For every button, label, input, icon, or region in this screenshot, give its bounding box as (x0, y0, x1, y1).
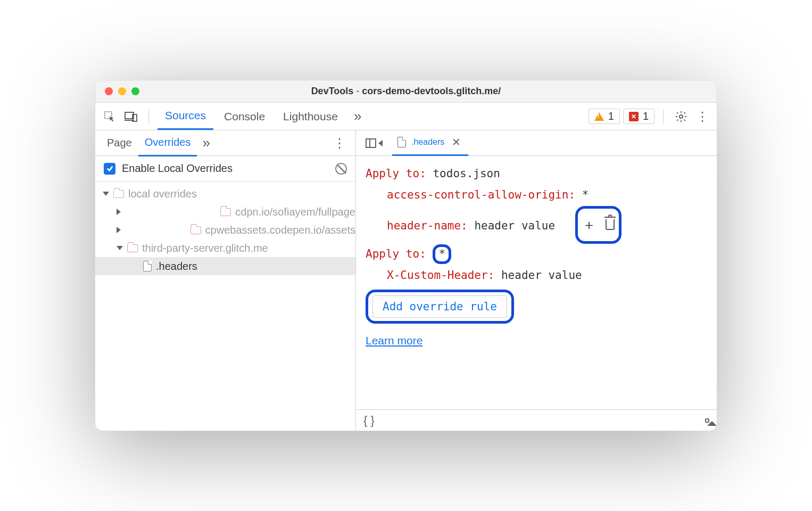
folder-icon (190, 226, 201, 234)
apply-to-label: Apply to (366, 248, 419, 260)
header-value[interactable]: header value (501, 269, 582, 282)
svg-point-4 (680, 115, 683, 118)
headers-editor[interactable]: Apply to: todos.json access-control-allo… (356, 156, 717, 409)
header-value[interactable]: header value (474, 219, 555, 232)
highlight-wildcard: * (433, 244, 451, 264)
overrides-tree: local overrides cdpn.io/sofiayem/fullpag… (95, 182, 355, 431)
titlebar: DevTools - cors-demo-devtools.glitch.me/ (95, 80, 717, 103)
show-drawer-icon[interactable] (705, 418, 709, 423)
tab-sources[interactable]: Sources (158, 103, 213, 130)
file-icon (143, 261, 152, 271)
tab-lighthouse[interactable]: Lighthouse (276, 104, 345, 129)
enable-overrides-label: Enable Local Overrides (122, 162, 233, 175)
tree-folder[interactable]: cdpn.io/sofiayem/fullpage (95, 203, 355, 221)
tree-folder-label: third-party-server.glitch.me (142, 242, 268, 254)
add-header-icon[interactable]: ＋ (582, 212, 596, 238)
file-icon (397, 137, 406, 147)
warning-icon (594, 112, 604, 121)
minimize-window-button[interactable] (118, 87, 126, 95)
main-toolbar: Sources Console Lighthouse » 1 ✕ 1 ⋮ (95, 103, 717, 130)
delete-header-icon[interactable] (606, 219, 615, 230)
chevron-right-icon (117, 209, 216, 215)
editor-statusbar: { } (356, 409, 717, 431)
editor-tabs: .headers ✕ (356, 130, 717, 156)
navigator-tab-page[interactable]: Page (101, 130, 138, 155)
editor-panel: .headers ✕ Apply to: todos.json access-c… (356, 130, 717, 431)
header-name[interactable]: access-control-allow-origin (387, 188, 568, 201)
settings-icon[interactable] (672, 108, 690, 126)
toggle-navigator-icon[interactable] (361, 138, 387, 148)
highlight-add-delete: ＋ (575, 206, 622, 244)
pretty-print-icon[interactable]: { } (363, 414, 375, 427)
enable-overrides-checkbox[interactable] (104, 163, 115, 175)
apply-to-label: Apply to (366, 167, 419, 180)
tree-folder[interactable]: third-party-server.glitch.me (95, 239, 355, 257)
device-toggle-icon[interactable] (122, 108, 140, 126)
separator (663, 109, 664, 124)
learn-more-link[interactable]: Learn more (366, 330, 707, 351)
editor-tab-headers[interactable]: .headers ✕ (392, 130, 468, 156)
more-tabs-icon[interactable]: » (349, 108, 367, 125)
tree-root-label: local overrides (128, 188, 197, 200)
header-name[interactable]: header-name (387, 219, 461, 232)
inspect-element-icon[interactable] (101, 108, 119, 126)
error-count: 1 (643, 110, 649, 122)
highlight-add-rule: Add override rule (366, 290, 514, 324)
warning-count: 1 (608, 110, 614, 122)
devtools-window: DevTools - cors-demo-devtools.glitch.me/… (95, 80, 717, 431)
close-window-button[interactable] (105, 87, 113, 95)
add-override-rule-button[interactable]: Add override rule (372, 295, 507, 318)
close-tab-icon[interactable]: ✕ (450, 136, 463, 149)
navigator-tab-overrides[interactable]: Overrides (138, 130, 197, 156)
errors-badge[interactable]: ✕ 1 (623, 109, 654, 124)
editor-tab-label: .headers (411, 137, 444, 147)
window-controls (95, 87, 139, 95)
folder-icon (113, 190, 124, 198)
zoom-window-button[interactable] (131, 87, 139, 95)
header-name[interactable]: X-Custom-Header (387, 269, 488, 282)
tree-folder[interactable]: cpwebassets.codepen.io/assets (95, 221, 355, 239)
error-icon: ✕ (629, 112, 639, 121)
separator (148, 109, 149, 124)
tab-console[interactable]: Console (217, 104, 272, 129)
tree-folder-label: cdpn.io/sofiayem/fullpage (235, 206, 355, 218)
window-title: DevTools - cors-demo-devtools.glitch.me/ (95, 86, 717, 97)
navigator-more-tabs-icon[interactable]: » (197, 135, 215, 151)
folder-icon (127, 244, 138, 252)
sources-navigator: Page Overrides » ⋮ Enable Local Override… (95, 130, 356, 431)
chevron-down-icon (103, 192, 109, 196)
apply-to-value[interactable]: todos.json (433, 167, 500, 180)
navigator-kebab-icon[interactable]: ⋮ (329, 136, 350, 151)
navigator-tabs: Page Overrides » ⋮ (95, 130, 355, 156)
kebab-menu-icon[interactable]: ⋮ (693, 108, 711, 126)
chevron-right-icon (117, 227, 186, 233)
header-value[interactable]: * (582, 188, 589, 201)
tree-root[interactable]: local overrides (95, 185, 355, 203)
tree-file-headers[interactable]: .headers (95, 257, 355, 275)
tree-folder-label: cpwebassets.codepen.io/assets (205, 224, 355, 236)
apply-to-value[interactable]: * (438, 248, 445, 260)
chevron-down-icon (117, 246, 123, 250)
clear-overrides-icon[interactable] (335, 163, 347, 175)
warnings-badge[interactable]: 1 (589, 109, 620, 124)
tree-file-label: .headers (156, 260, 197, 273)
enable-overrides-row: Enable Local Overrides (95, 156, 355, 182)
folder-icon (220, 208, 231, 216)
